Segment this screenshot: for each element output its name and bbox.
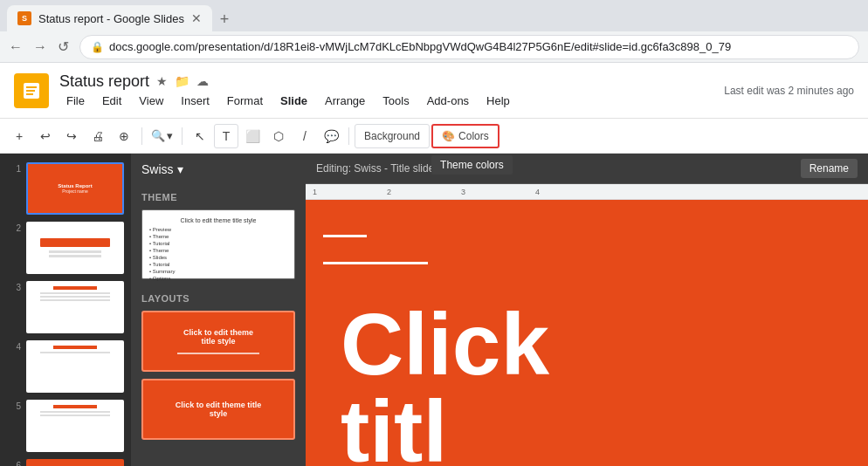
separator-3: [348, 127, 349, 145]
theme-preview-title: Click to edit theme title style: [149, 217, 287, 223]
add-button[interactable]: +: [7, 124, 31, 148]
slide-num-3: 3: [7, 281, 21, 292]
colors-label: Colors: [458, 130, 489, 142]
slide-thumb-5[interactable]: [26, 400, 124, 452]
menu-arrange[interactable]: Arrange: [318, 93, 372, 109]
refresh-button[interactable]: ↺: [58, 38, 69, 55]
theme-name: Swiss: [141, 162, 174, 176]
svg-rect-2: [26, 90, 35, 92]
theme-colors-tooltip: Theme colors: [431, 155, 513, 175]
text-tool[interactable]: T: [214, 124, 238, 148]
slide-thumb-3[interactable]: [26, 281, 124, 333]
menu-help[interactable]: Help: [479, 93, 517, 109]
separator-2: [182, 127, 183, 145]
slide-item-6[interactable]: 6 Schedule: [0, 457, 131, 466]
url-field[interactable]: 🔒 docs.google.com/presentation/d/18R1ei8…: [79, 35, 859, 59]
toolbar: + ↩ ↪ 🖨 ⊕ 🔍 ▾ ↖ T ⬜ ⬡ / 💬 Background 🎨 C…: [0, 119, 868, 154]
folder-icon: 📁: [175, 74, 189, 88]
comment-tool[interactable]: 💬: [319, 124, 343, 148]
theme-preview[interactable]: Click to edit theme title style • Previe…: [141, 209, 295, 279]
menu-format[interactable]: Format: [220, 93, 270, 109]
tab-favicon: S: [17, 11, 31, 25]
layout-title-2: Click to edit theme titlestyle: [176, 401, 262, 418]
slide-thumb-6[interactable]: Schedule: [26, 459, 124, 466]
paintformat-button[interactable]: ⊕: [112, 124, 136, 148]
menu-addons[interactable]: Add-ons: [420, 93, 476, 109]
main-slide-canvas[interactable]: Clicktitl: [306, 200, 868, 466]
horizontal-ruler: 1 2 3 4: [306, 184, 868, 200]
slide-thumb-2[interactable]: [26, 222, 124, 274]
canvas-big-text: Clicktitl: [341, 300, 549, 466]
slide-num-4: 4: [7, 340, 21, 352]
colors-icon: 🎨: [442, 130, 455, 142]
last-edit-text: Last edit was 2 minutes ago: [724, 85, 854, 97]
menu-tools[interactable]: Tools: [375, 93, 416, 109]
cloud-icon[interactable]: ☁: [196, 74, 209, 88]
canvas-area: Editing: Swiss - Title slide Rename 1 2 …: [306, 154, 868, 466]
main-area: 1 Status Report Project name 2 3: [0, 154, 868, 466]
layouts-section: LAYOUTS Click to edit themetitle style C…: [131, 286, 306, 454]
image-tool[interactable]: ⬜: [240, 124, 265, 148]
print-button[interactable]: 🖨: [86, 124, 110, 148]
zoom-dropdown[interactable]: 🔍 ▾: [148, 124, 176, 148]
slide-item-5[interactable]: 5: [0, 398, 131, 454]
theme-preview-lines: • Preview • Theme • Tutorial • Theme • S…: [149, 227, 287, 281]
zoom-icon: 🔍: [151, 129, 165, 142]
app-icon: [14, 73, 49, 108]
slide-item-4[interactable]: 4: [0, 339, 131, 394]
address-bar: ← → ↺ 🔒 docs.google.com/presentation/d/1…: [0, 31, 868, 63]
slide-thumb-4[interactable]: [26, 340, 124, 393]
separator-1: [141, 127, 142, 145]
layouts-section-title: LAYOUTS: [141, 293, 295, 304]
sidebar-header: Swiss ▾: [131, 154, 306, 185]
slide-item-3[interactable]: 3: [0, 279, 131, 335]
star-icon[interactable]: ★: [156, 74, 168, 88]
shape-tool[interactable]: ⬡: [266, 124, 291, 148]
doc-title[interactable]: Status report: [59, 72, 149, 91]
background-button[interactable]: Background: [355, 124, 430, 148]
slide-accent-lines: [323, 235, 428, 271]
layout-item-2[interactable]: Click to edit theme titlestyle: [141, 379, 295, 440]
menu-bar: File Edit View Insert Format Slide Arran…: [59, 93, 713, 109]
slide-panel: 1 Status Report Project name 2 3: [0, 154, 131, 466]
redo-button[interactable]: ↪: [59, 124, 84, 148]
editing-bar: Editing: Swiss - Title slide Rename: [306, 154, 868, 184]
tab-close-btn[interactable]: ✕: [191, 11, 202, 25]
layout-item-1[interactable]: Click to edit themetitle style: [141, 311, 295, 372]
slide-item-1[interactable]: 1 Status Report Project name: [0, 161, 131, 216]
menu-file[interactable]: File: [59, 93, 92, 109]
background-label: Background: [364, 130, 420, 142]
colors-button[interactable]: 🎨 Colors: [431, 124, 499, 148]
rename-button[interactable]: Rename: [801, 159, 858, 178]
colors-btn-wrapper: 🎨 Colors Theme colors: [431, 124, 499, 148]
zoom-label: ▾: [167, 129, 173, 142]
slide-thumb-1[interactable]: Status Report Project name: [26, 162, 124, 215]
menu-edit[interactable]: Edit: [95, 93, 128, 109]
theme-section-title: THEME: [141, 192, 295, 202]
slide-num-2: 2: [7, 222, 21, 233]
tab-title: Status report - Google Slides: [38, 12, 184, 25]
editing-label: Editing: Swiss - Title slide: [316, 162, 434, 175]
menu-insert[interactable]: Insert: [174, 93, 217, 109]
line-tool[interactable]: /: [293, 124, 317, 148]
undo-button[interactable]: ↩: [33, 124, 58, 148]
new-tab-button[interactable]: +: [212, 7, 237, 31]
slide-item-2[interactable]: 2: [0, 220, 131, 276]
active-tab[interactable]: S Status report - Google Slides ✕: [7, 5, 212, 31]
slide-num-1: 1: [7, 162, 21, 174]
tab-bar: S Status report - Google Slides ✕ +: [0, 0, 868, 31]
theme-section: THEME Click to edit theme title style • …: [131, 185, 306, 286]
url-text: docs.google.com/presentation/d/18R1ei8-v…: [109, 40, 731, 53]
theme-dropdown[interactable]: Swiss ▾: [141, 162, 183, 176]
select-tool[interactable]: ↖: [188, 124, 212, 148]
lock-icon: 🔒: [91, 41, 104, 53]
chevron-down-icon: ▾: [177, 162, 183, 176]
back-button[interactable]: ←: [9, 39, 23, 55]
doc-title-area: Status report ★ 📁 ☁ File Edit View Inser…: [59, 72, 713, 109]
menu-view[interactable]: View: [132, 93, 170, 109]
slide-num-5: 5: [7, 400, 21, 411]
sidebar: Swiss ▾ THEME Click to edit theme title …: [131, 154, 306, 466]
svg-rect-3: [26, 93, 33, 95]
forward-button[interactable]: →: [33, 39, 47, 55]
menu-slide[interactable]: Slide: [273, 93, 314, 109]
